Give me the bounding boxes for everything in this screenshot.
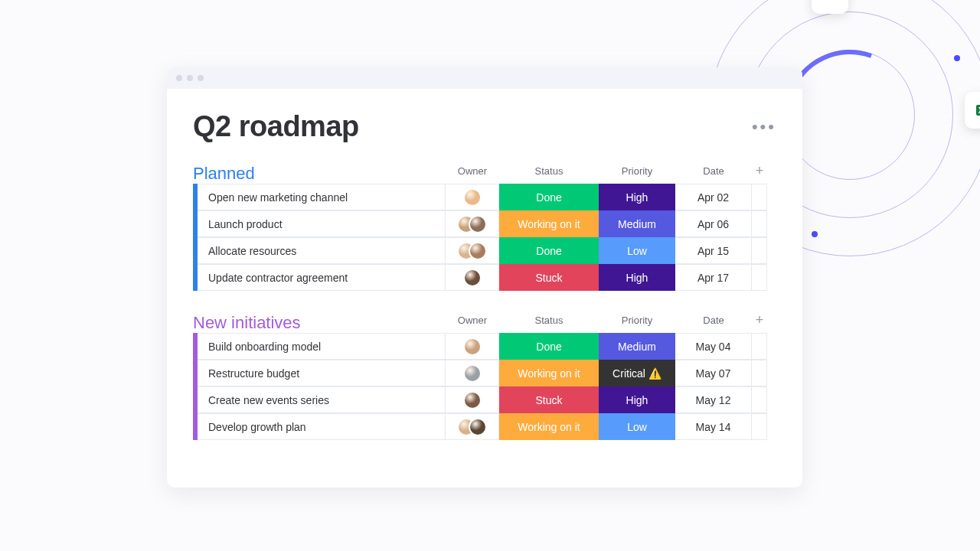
window-dot xyxy=(187,75,193,81)
item-name-cell[interactable]: Launch product xyxy=(198,210,446,237)
priority-cell[interactable]: Low xyxy=(599,413,675,440)
item-name-cell[interactable]: Update contractor agreement xyxy=(198,264,446,291)
priority-cell[interactable]: Critical⚠️ xyxy=(599,360,675,386)
empty-cell xyxy=(752,333,767,360)
priority-label: High xyxy=(626,272,648,284)
table-row[interactable]: Restructure budgetWorking on itCritical⚠… xyxy=(193,360,776,386)
add-column-button[interactable]: + xyxy=(752,312,767,333)
avatar xyxy=(463,188,482,207)
status-cell[interactable]: Working on it xyxy=(499,413,599,440)
excel-icon: X xyxy=(965,92,980,129)
empty-cell xyxy=(752,386,767,413)
column-header[interactable]: Date xyxy=(675,165,752,181)
priority-cell[interactable]: High xyxy=(599,184,675,210)
date-cell[interactable]: May 07 xyxy=(675,360,752,386)
item-name-cell[interactable]: Open new marketing channel xyxy=(198,184,446,210)
owner-cell[interactable] xyxy=(446,413,499,440)
table-row[interactable]: Launch productWorking on itMediumApr 06 xyxy=(193,210,776,237)
date-cell[interactable]: Apr 17 xyxy=(675,264,752,291)
owner-cell[interactable] xyxy=(446,386,499,413)
status-cell[interactable]: Working on it xyxy=(499,210,599,237)
empty-cell xyxy=(752,360,767,386)
page-title: Q2 roadmap xyxy=(193,110,359,143)
empty-cell xyxy=(752,184,767,210)
date-cell[interactable]: Apr 15 xyxy=(675,237,752,264)
priority-cell[interactable]: High xyxy=(599,264,675,291)
item-name-cell[interactable]: Create new events series xyxy=(198,386,446,413)
avatar xyxy=(469,418,487,436)
empty-cell xyxy=(752,237,767,264)
column-header[interactable]: Priority xyxy=(599,315,675,331)
status-cell[interactable]: Done xyxy=(499,184,599,210)
table-row[interactable]: Develop growth planWorking on itLowMay 1… xyxy=(193,413,776,440)
teams-icon: T xyxy=(812,0,848,14)
add-column-button[interactable]: + xyxy=(752,163,767,184)
item-name-cell[interactable]: Restructure budget xyxy=(198,360,446,386)
svg-rect-4 xyxy=(976,105,980,116)
empty-cell xyxy=(752,210,767,237)
priority-label: High xyxy=(626,191,648,204)
priority-label: Medium xyxy=(618,218,656,230)
table-row[interactable]: Create new events seriesStuckHighMay 12 xyxy=(193,386,776,413)
date-cell[interactable]: May 14 xyxy=(675,413,752,440)
owner-cell[interactable] xyxy=(446,184,499,210)
avatar xyxy=(469,242,487,260)
status-cell[interactable]: Done xyxy=(499,333,599,360)
priority-label: Critical xyxy=(612,367,645,380)
status-cell[interactable]: Stuck xyxy=(499,264,599,291)
priority-cell[interactable]: Low xyxy=(599,237,675,264)
status-cell[interactable]: Done xyxy=(499,237,599,264)
table-row[interactable]: Update contractor agreementStuckHighApr … xyxy=(193,264,776,291)
window-titlebar xyxy=(167,67,802,89)
item-name-cell[interactable]: Allocate resources xyxy=(198,237,446,264)
priority-cell[interactable]: High xyxy=(599,386,675,413)
avatar xyxy=(463,337,482,356)
date-cell[interactable]: May 12 xyxy=(675,386,752,413)
priority-label: Low xyxy=(627,421,647,433)
column-header[interactable]: Date xyxy=(675,315,752,331)
group-header: New initiativesOwnerStatusPriorityDate+ xyxy=(193,312,776,333)
empty-cell xyxy=(752,413,767,440)
table-row[interactable]: Build onboarding modelDoneMediumMay 04 xyxy=(193,333,776,360)
priority-label: Low xyxy=(627,245,647,257)
more-menu-button[interactable]: ••• xyxy=(752,117,776,137)
date-cell[interactable]: Apr 06 xyxy=(675,210,752,237)
item-name-cell[interactable]: Build onboarding model xyxy=(198,333,446,360)
table-row[interactable]: Allocate resourcesDoneLowApr 15 xyxy=(193,237,776,264)
priority-cell[interactable]: Medium xyxy=(599,333,675,360)
avatar xyxy=(463,364,482,383)
column-header[interactable]: Status xyxy=(499,315,599,331)
priority-cell[interactable]: Medium xyxy=(599,210,675,237)
group: New initiativesOwnerStatusPriorityDate+B… xyxy=(193,312,776,440)
priority-label: High xyxy=(626,394,648,406)
table-row[interactable]: Open new marketing channelDoneHighApr 02 xyxy=(193,184,776,210)
empty-cell xyxy=(752,264,767,291)
group-header: PlannedOwnerStatusPriorityDate+ xyxy=(193,163,776,184)
status-cell[interactable]: Stuck xyxy=(499,386,599,413)
column-header[interactable]: Priority xyxy=(599,165,675,181)
owner-cell[interactable] xyxy=(446,237,499,264)
board-window: Q2 roadmap ••• PlannedOwnerStatusPriorit… xyxy=(167,67,802,487)
date-cell[interactable]: May 04 xyxy=(675,333,752,360)
column-header[interactable]: Owner xyxy=(446,165,499,181)
group: PlannedOwnerStatusPriorityDate+Open new … xyxy=(193,163,776,291)
column-header[interactable]: Status xyxy=(499,165,599,181)
item-name-cell[interactable]: Develop growth plan xyxy=(198,413,446,440)
avatar xyxy=(463,269,482,287)
window-dot xyxy=(198,75,204,81)
owner-cell[interactable] xyxy=(446,264,499,291)
avatar xyxy=(463,391,482,409)
avatar xyxy=(469,215,487,233)
owner-cell[interactable] xyxy=(446,210,499,237)
priority-label: Medium xyxy=(618,341,656,353)
owner-cell[interactable] xyxy=(446,333,499,360)
status-cell[interactable]: Working on it xyxy=(499,360,599,386)
owner-cell[interactable] xyxy=(446,360,499,386)
column-header[interactable]: Owner xyxy=(446,315,499,331)
group-title[interactable]: New initiatives xyxy=(193,313,446,333)
group-title[interactable]: Planned xyxy=(193,164,446,184)
warning-icon: ⚠️ xyxy=(648,367,662,380)
window-dot xyxy=(176,75,182,81)
date-cell[interactable]: Apr 02 xyxy=(675,184,752,210)
